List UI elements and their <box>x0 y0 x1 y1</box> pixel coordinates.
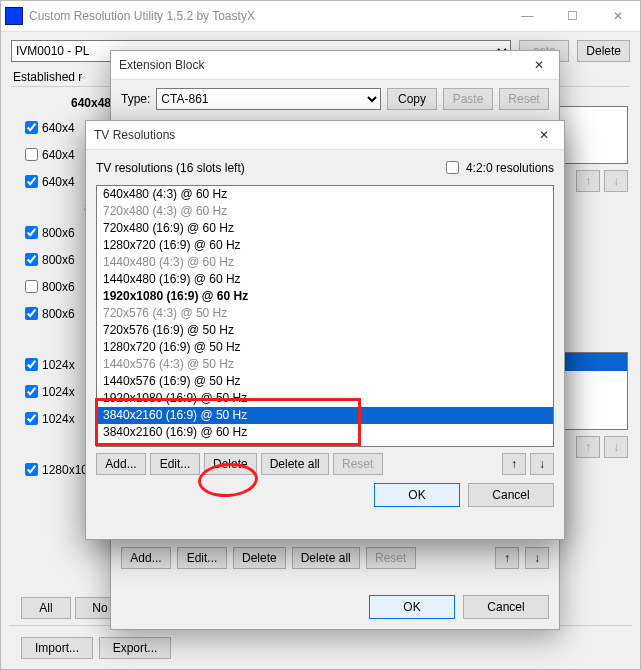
tv-resolution-item[interactable]: 3840x2160 (16:9) @ 60 Hz <box>97 424 553 441</box>
tv-cancel-button[interactable]: Cancel <box>468 483 554 507</box>
tv-titlebar: TV Resolutions ✕ <box>86 121 564 150</box>
tv-resolution-item[interactable]: 1440x576 (4:3) @ 50 Hz <box>97 356 553 373</box>
paste-button[interactable]: Paste <box>443 88 493 110</box>
export-button[interactable]: Export... <box>99 637 171 659</box>
ext-deleteall-button[interactable]: Delete all <box>292 547 360 569</box>
app-icon <box>5 7 23 25</box>
ext-ok-button[interactable]: OK <box>369 595 455 619</box>
tv-resolution-item[interactable]: 1280x720 (16:9) @ 50 Hz <box>97 339 553 356</box>
tv-deleteall-button[interactable]: Delete all <box>261 453 329 475</box>
tv-resolution-item[interactable]: 1920x1080 (16:9) @ 60 Hz <box>97 288 553 305</box>
extension-titlebar: Extension Block ✕ <box>111 51 559 80</box>
tv-edit-button[interactable]: Edit... <box>150 453 200 475</box>
ext-add-button[interactable]: Add... <box>121 547 171 569</box>
tv-ok-button[interactable]: OK <box>374 483 460 507</box>
move-down-button[interactable]: ↓ <box>604 170 628 192</box>
move-up-button[interactable]: ↑ <box>576 170 600 192</box>
move-up-button[interactable]: ↑ <box>576 436 600 458</box>
tv-resolution-item[interactable]: 720x576 (16:9) @ 50 Hz <box>97 322 553 339</box>
chk-420[interactable]: 4:2:0 resolutions <box>442 158 554 177</box>
tv-resolution-item[interactable]: 720x480 (16:9) @ 60 Hz <box>97 220 553 237</box>
ext-reset-button[interactable]: Reset <box>366 547 416 569</box>
tv-resolution-item[interactable]: 640x480 (4:3) @ 60 Hz <box>97 186 553 203</box>
all-button[interactable]: All <box>21 597 71 619</box>
chk-420-box[interactable] <box>446 161 459 174</box>
tv-resolution-item[interactable]: 1440x480 (16:9) @ 60 Hz <box>97 271 553 288</box>
minimize-button[interactable]: — <box>505 1 550 31</box>
type-label: Type: <box>121 92 150 106</box>
tv-resolution-item[interactable]: 3840x2160 (16:9) @ 50 Hz <box>97 407 553 424</box>
tv-move-down-button[interactable]: ↓ <box>530 453 554 475</box>
extension-title: Extension Block <box>119 58 519 72</box>
tv-add-button[interactable]: Add... <box>96 453 146 475</box>
tv-reset-button[interactable]: Reset <box>333 453 383 475</box>
tv-move-up-button[interactable]: ↑ <box>502 453 526 475</box>
ext-cancel-button[interactable]: Cancel <box>463 595 549 619</box>
reset-button[interactable]: Reset <box>499 88 549 110</box>
ext-move-up-button[interactable]: ↑ <box>495 547 519 569</box>
tv-delete-button[interactable]: Delete <box>204 453 257 475</box>
tv-resolutions-listbox[interactable]: 640x480 (4:3) @ 60 Hz720x480 (4:3) @ 60 … <box>96 185 554 447</box>
maximize-button[interactable]: ☐ <box>550 1 595 31</box>
close-button[interactable]: ✕ <box>595 1 640 31</box>
tv-slots-label: TV resolutions (16 slots left) <box>96 161 442 175</box>
close-icon[interactable]: ✕ <box>519 58 559 72</box>
copy-button[interactable]: Copy <box>387 88 437 110</box>
tv-resolution-item[interactable]: 1280x720 (16:9) @ 60 Hz <box>97 237 553 254</box>
tv-resolution-item[interactable]: 720x576 (4:3) @ 50 Hz <box>97 305 553 322</box>
ext-delete-button[interactable]: Delete <box>233 547 286 569</box>
main-titlebar: Custom Resolution Utility 1.5.2 by Toast… <box>1 1 640 32</box>
move-down-button[interactable]: ↓ <box>604 436 628 458</box>
delete-button[interactable]: Delete <box>577 40 630 62</box>
ext-edit-button[interactable]: Edit... <box>177 547 227 569</box>
import-button[interactable]: Import... <box>21 637 93 659</box>
tv-resolutions-window: TV Resolutions ✕ TV resolutions (16 slot… <box>85 120 565 540</box>
main-title: Custom Resolution Utility 1.5.2 by Toast… <box>29 9 505 23</box>
tv-resolution-item[interactable]: 720x480 (4:3) @ 60 Hz <box>97 203 553 220</box>
window-buttons: — ☐ ✕ <box>505 1 640 31</box>
type-select[interactable]: CTA-861 <box>156 88 381 110</box>
close-icon[interactable]: ✕ <box>524 128 564 142</box>
tv-resolution-item[interactable]: 1920x1080 (16:9) @ 50 Hz <box>97 390 553 407</box>
tv-resolution-item[interactable]: 1440x576 (16:9) @ 50 Hz <box>97 373 553 390</box>
ext-move-down-button[interactable]: ↓ <box>525 547 549 569</box>
extension-type-row: Type: CTA-861 Copy Paste Reset <box>111 80 559 116</box>
tv-resolution-item[interactable]: 1440x480 (4:3) @ 60 Hz <box>97 254 553 271</box>
tv-title: TV Resolutions <box>94 128 524 142</box>
